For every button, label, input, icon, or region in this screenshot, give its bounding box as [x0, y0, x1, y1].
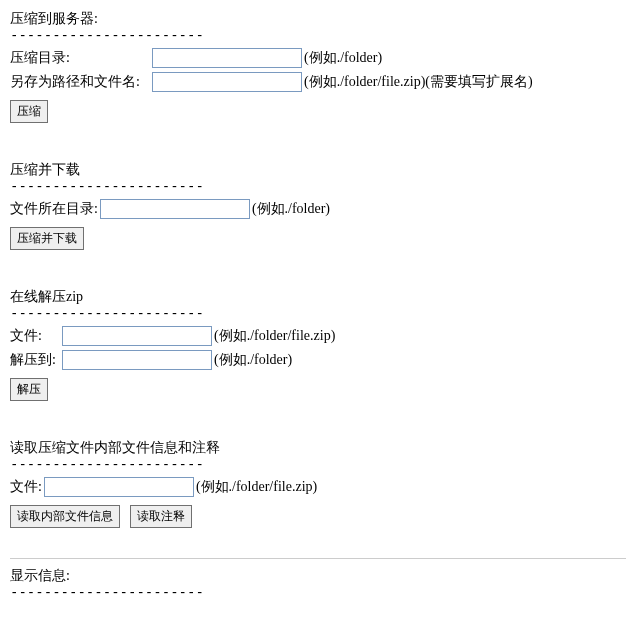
- section-show-info: 显示信息: -----------------------: [10, 567, 626, 599]
- input-compress-dir[interactable]: [152, 48, 302, 68]
- compress-button[interactable]: 压缩: [10, 100, 48, 123]
- row-read-file: 文件: (例如./folder/file.zip): [10, 477, 626, 497]
- label-read-file: 文件:: [10, 478, 42, 496]
- hint-unzip-file: (例如./folder/file.zip): [214, 327, 335, 345]
- section-divider: -----------------------: [10, 179, 626, 193]
- section-unzip: 在线解压zip ----------------------- 文件: (例如.…: [10, 288, 626, 401]
- row-file-dir: 文件所在目录: (例如./folder): [10, 199, 626, 219]
- section-title: 显示信息:: [10, 567, 626, 585]
- section-compress-download: 压缩并下载 ----------------------- 文件所在目录: (例…: [10, 161, 626, 250]
- hint-read-file: (例如./folder/file.zip): [196, 478, 317, 496]
- label-unzip-dest: 解压到:: [10, 351, 60, 369]
- label-unzip-file: 文件:: [10, 327, 60, 345]
- read-file-info-button[interactable]: 读取内部文件信息: [10, 505, 120, 528]
- section-divider: -----------------------: [10, 457, 626, 471]
- section-divider: -----------------------: [10, 585, 626, 599]
- section-title: 在线解压zip: [10, 288, 626, 306]
- row-save-as: 另存为路径和文件名: (例如./folder/file.zip)(需要填写扩展名…: [10, 72, 626, 92]
- section-title: 压缩并下载: [10, 161, 626, 179]
- section-title: 读取压缩文件内部文件信息和注释: [10, 439, 626, 457]
- hint-save-as: (例如./folder/file.zip)(需要填写扩展名): [304, 73, 533, 91]
- section-read-info: 读取压缩文件内部文件信息和注释 ----------------------- …: [10, 439, 626, 528]
- hint-file-dir: (例如./folder): [252, 200, 330, 218]
- hint-compress-dir: (例如./folder): [304, 49, 382, 67]
- section-divider: -----------------------: [10, 306, 626, 320]
- input-save-as[interactable]: [152, 72, 302, 92]
- row-compress-dir: 压缩目录: (例如./folder): [10, 48, 626, 68]
- read-comment-button[interactable]: 读取注释: [130, 505, 192, 528]
- hint-unzip-dest: (例如./folder): [214, 351, 292, 369]
- row-unzip-file: 文件: (例如./folder/file.zip): [10, 326, 626, 346]
- label-compress-dir: 压缩目录:: [10, 49, 150, 67]
- section-compress-to-server: 压缩到服务器: ----------------------- 压缩目录: (例…: [10, 10, 626, 123]
- section-divider: -----------------------: [10, 28, 626, 42]
- horizontal-rule: [10, 558, 626, 559]
- input-unzip-dest[interactable]: [62, 350, 212, 370]
- row-unzip-dest: 解压到: (例如./folder): [10, 350, 626, 370]
- compress-download-button[interactable]: 压缩并下载: [10, 227, 84, 250]
- input-unzip-file[interactable]: [62, 326, 212, 346]
- input-file-dir[interactable]: [100, 199, 250, 219]
- label-file-dir: 文件所在目录:: [10, 200, 98, 218]
- section-title: 压缩到服务器:: [10, 10, 626, 28]
- unzip-button[interactable]: 解压: [10, 378, 48, 401]
- input-read-file[interactable]: [44, 477, 194, 497]
- label-save-as: 另存为路径和文件名:: [10, 73, 150, 91]
